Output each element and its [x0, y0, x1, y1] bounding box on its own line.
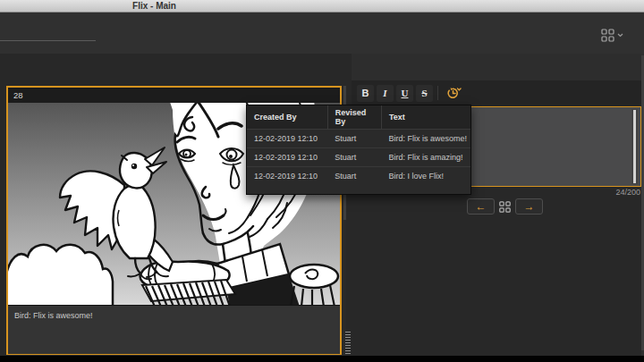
bottom-bar — [0, 356, 644, 362]
panel-navigation: ← → — [467, 198, 543, 215]
window-titlebar[interactable]: Flix - Main — [0, 0, 644, 13]
column-created-by: Created By — [247, 105, 327, 130]
italic-button[interactable]: I — [377, 85, 394, 102]
splitter-grip[interactable] — [345, 332, 351, 355]
panel-caption-text: Bird: Flix is awesome! — [8, 306, 340, 320]
arrow-left-icon: ← — [476, 200, 487, 213]
strikethrough-button[interactable]: S — [416, 85, 433, 102]
toolbar-separator — [437, 86, 438, 100]
history-row[interactable]: 12-02-2019 12:10 Stuart Bird: Flix is am… — [247, 148, 470, 167]
cell-created-by: 12-02-2019 12:10 — [247, 148, 327, 167]
search-field-underline — [0, 40, 96, 41]
history-row[interactable]: 12-02-2019 12:10 Stuart Bird: I love Fli… — [247, 167, 470, 186]
flix-app-window: Flix - Main 28 — [0, 0, 644, 362]
previous-panel-button[interactable]: ← — [467, 198, 495, 215]
textarea-scrollbar[interactable] — [631, 109, 638, 184]
panel-caption-area: Bird: Flix is awesome! — [8, 305, 340, 354]
cell-created-by: 12-02-2019 12:10 — [247, 130, 327, 148]
cell-revised-by: Stuart — [327, 130, 381, 148]
textarea-scrollbar-thumb[interactable] — [633, 110, 636, 183]
cell-created-by: 12-02-2019 12:10 — [247, 167, 327, 186]
character-count: 24/200 — [615, 188, 640, 197]
history-clock-icon — [445, 87, 462, 100]
chevron-down-icon — [617, 33, 623, 38]
grid-2x2-icon[interactable] — [499, 201, 511, 213]
cell-text: Bird: I love Flix! — [381, 167, 470, 186]
panel-number: 28 — [8, 88, 340, 103]
panel-header: 28 — [8, 88, 340, 103]
cell-revised-by: Stuart — [327, 167, 381, 186]
underline-button[interactable]: U — [396, 85, 413, 102]
arrow-right-icon: → — [524, 200, 535, 213]
dialogue-editor-header — [352, 54, 644, 80]
bold-button[interactable]: B — [357, 85, 374, 102]
window-title: Flix - Main — [0, 0, 309, 12]
main-area: 28 — [0, 54, 644, 356]
dialogue-history-button[interactable] — [442, 85, 465, 102]
top-toolbar — [0, 13, 644, 55]
history-table: Created By Revised By Text 12-02-2019 12… — [247, 105, 470, 185]
next-panel-button[interactable]: → — [515, 198, 543, 215]
cell-text: Bird: Flix is awesome! — [381, 130, 470, 148]
popup-footer — [247, 185, 470, 194]
column-revised-by: Revised By — [327, 105, 381, 130]
layout-view-button[interactable] — [601, 28, 624, 43]
history-row[interactable]: 12-02-2019 12:10 Stuart Bird: Flix is aw… — [247, 130, 470, 148]
column-text: Text — [381, 105, 470, 130]
grid-2x2-icon — [601, 29, 614, 42]
cell-revised-by: Stuart — [327, 148, 381, 167]
dialogue-format-toolbar: B I U S — [352, 80, 644, 105]
cell-text: Bird: Flix is amazing! — [381, 148, 470, 167]
dialogue-history-popup: Created By Revised By Text 12-02-2019 12… — [246, 105, 471, 195]
history-table-header: Created By Revised By Text — [247, 105, 470, 130]
